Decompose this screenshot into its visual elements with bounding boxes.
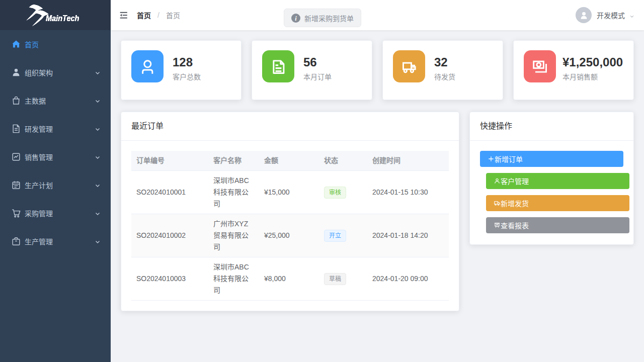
- svg-text:i: i: [295, 15, 297, 22]
- svg-text:MainTech: MainTech: [46, 14, 79, 23]
